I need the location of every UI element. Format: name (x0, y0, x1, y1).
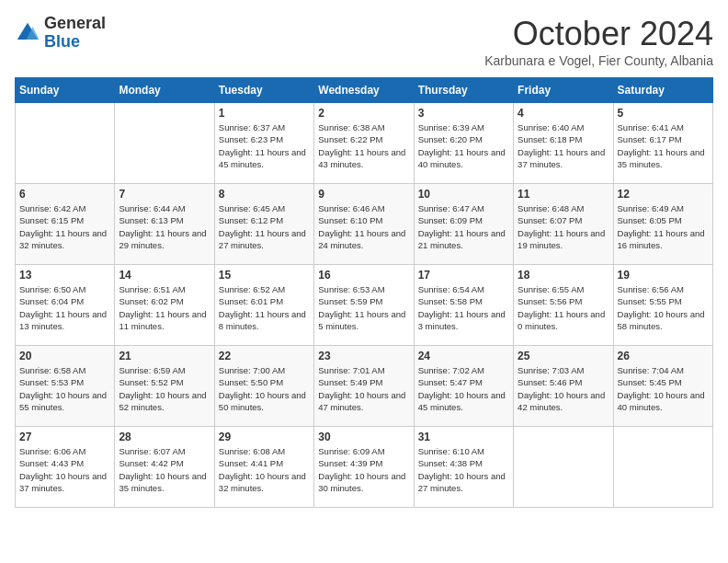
day-number: 4 (518, 107, 609, 120)
calendar-cell: 7Sunrise: 6:44 AM Sunset: 6:13 PM Daylig… (115, 184, 214, 265)
calendar-cell: 20Sunrise: 6:58 AM Sunset: 5:53 PM Dayli… (16, 346, 115, 427)
day-number: 18 (518, 269, 609, 282)
day-info: Sunrise: 6:41 AM Sunset: 6:17 PM Dayligh… (618, 121, 709, 170)
calendar-cell: 24Sunrise: 7:02 AM Sunset: 5:47 PM Dayli… (414, 346, 513, 427)
calendar-cell: 30Sunrise: 6:09 AM Sunset: 4:39 PM Dayli… (314, 427, 414, 508)
calendar-cell: 31Sunrise: 6:10 AM Sunset: 4:38 PM Dayli… (414, 427, 513, 508)
day-info: Sunrise: 7:04 AM Sunset: 5:45 PM Dayligh… (618, 364, 709, 413)
day-info: Sunrise: 6:39 AM Sunset: 6:20 PM Dayligh… (418, 121, 509, 170)
calendar-week-row: 13Sunrise: 6:50 AM Sunset: 6:04 PM Dayli… (16, 265, 713, 346)
day-number: 30 (318, 431, 409, 443)
day-number: 9 (318, 188, 409, 201)
calendar-cell: 23Sunrise: 7:01 AM Sunset: 5:49 PM Dayli… (314, 346, 414, 427)
weekday-header: Sunday (16, 78, 115, 103)
calendar-week-row: 6Sunrise: 6:42 AM Sunset: 6:15 PM Daylig… (16, 184, 713, 265)
calendar-cell: 26Sunrise: 7:04 AM Sunset: 5:45 PM Dayli… (613, 346, 712, 427)
day-number: 11 (518, 188, 609, 201)
calendar-cell: 25Sunrise: 7:03 AM Sunset: 5:46 PM Dayli… (514, 346, 613, 427)
day-number: 23 (318, 350, 409, 362)
calendar-cell: 1Sunrise: 6:37 AM Sunset: 6:23 PM Daylig… (214, 103, 313, 184)
day-number: 3 (418, 107, 509, 120)
day-number: 14 (119, 269, 210, 282)
day-number: 25 (518, 350, 609, 362)
logo-blue: Blue (44, 33, 106, 52)
calendar-cell: 6Sunrise: 6:42 AM Sunset: 6:15 PM Daylig… (16, 184, 115, 265)
day-info: Sunrise: 7:00 AM Sunset: 5:50 PM Dayligh… (219, 364, 310, 413)
day-number: 19 (618, 269, 709, 282)
weekday-header: Friday (514, 78, 613, 103)
day-info: Sunrise: 6:38 AM Sunset: 6:22 PM Dayligh… (318, 121, 409, 170)
day-number: 13 (19, 269, 110, 282)
calendar-cell: 29Sunrise: 6:08 AM Sunset: 4:41 PM Dayli… (214, 427, 313, 508)
weekday-header: Monday (115, 78, 214, 103)
day-info: Sunrise: 7:01 AM Sunset: 5:49 PM Dayligh… (318, 364, 409, 413)
day-number: 22 (219, 350, 310, 362)
weekday-header: Thursday (414, 78, 513, 103)
day-number: 24 (418, 350, 509, 362)
day-number: 16 (318, 269, 409, 282)
day-number: 17 (418, 269, 509, 282)
calendar-cell: 17Sunrise: 6:54 AM Sunset: 5:58 PM Dayli… (414, 265, 513, 346)
month-title: October 2024 (484, 15, 713, 53)
calendar-cell (514, 427, 613, 508)
day-info: Sunrise: 7:02 AM Sunset: 5:47 PM Dayligh… (418, 364, 509, 413)
day-info: Sunrise: 6:06 AM Sunset: 4:43 PM Dayligh… (19, 445, 110, 494)
day-number: 21 (119, 350, 210, 362)
day-info: Sunrise: 6:07 AM Sunset: 4:42 PM Dayligh… (119, 445, 210, 494)
calendar-cell: 12Sunrise: 6:49 AM Sunset: 6:05 PM Dayli… (613, 184, 712, 265)
calendar-cell: 14Sunrise: 6:51 AM Sunset: 6:02 PM Dayli… (115, 265, 214, 346)
calendar-week-row: 27Sunrise: 6:06 AM Sunset: 4:43 PM Dayli… (16, 427, 713, 508)
day-number: 6 (19, 188, 110, 201)
day-info: Sunrise: 6:46 AM Sunset: 6:10 PM Dayligh… (318, 202, 409, 251)
day-info: Sunrise: 6:52 AM Sunset: 6:01 PM Dayligh… (219, 283, 310, 332)
day-number: 29 (219, 431, 310, 443)
day-number: 10 (418, 188, 509, 201)
day-number: 7 (119, 188, 210, 201)
calendar-cell: 16Sunrise: 6:53 AM Sunset: 5:59 PM Dayli… (314, 265, 414, 346)
day-info: Sunrise: 7:03 AM Sunset: 5:46 PM Dayligh… (518, 364, 609, 413)
page-header: General Blue October 2024 Karbunara e Vo… (15, 15, 713, 68)
calendar-cell: 28Sunrise: 6:07 AM Sunset: 4:42 PM Dayli… (115, 427, 214, 508)
weekday-header: Tuesday (214, 78, 313, 103)
title-area: October 2024 Karbunara e Vogel, Fier Cou… (484, 15, 713, 68)
day-number: 5 (618, 107, 709, 120)
day-info: Sunrise: 6:37 AM Sunset: 6:23 PM Dayligh… (219, 121, 310, 170)
day-info: Sunrise: 6:42 AM Sunset: 6:15 PM Dayligh… (19, 202, 110, 251)
calendar-cell (115, 103, 214, 184)
day-info: Sunrise: 6:56 AM Sunset: 5:55 PM Dayligh… (618, 283, 709, 332)
calendar-cell: 18Sunrise: 6:55 AM Sunset: 5:56 PM Dayli… (514, 265, 613, 346)
calendar-cell: 21Sunrise: 6:59 AM Sunset: 5:52 PM Dayli… (115, 346, 214, 427)
day-info: Sunrise: 6:44 AM Sunset: 6:13 PM Dayligh… (119, 202, 210, 251)
logo: General Blue (15, 15, 106, 52)
day-info: Sunrise: 6:51 AM Sunset: 6:02 PM Dayligh… (119, 283, 210, 332)
day-info: Sunrise: 6:58 AM Sunset: 5:53 PM Dayligh… (19, 364, 110, 413)
day-info: Sunrise: 6:53 AM Sunset: 5:59 PM Dayligh… (318, 283, 409, 332)
weekday-header: Wednesday (314, 78, 414, 103)
day-number: 2 (318, 107, 409, 120)
day-info: Sunrise: 6:09 AM Sunset: 4:39 PM Dayligh… (318, 445, 409, 494)
day-number: 15 (219, 269, 310, 282)
day-number: 20 (19, 350, 110, 362)
day-info: Sunrise: 6:59 AM Sunset: 5:52 PM Dayligh… (119, 364, 210, 413)
calendar-cell: 9Sunrise: 6:46 AM Sunset: 6:10 PM Daylig… (314, 184, 414, 265)
day-number: 28 (119, 431, 210, 443)
calendar-cell: 15Sunrise: 6:52 AM Sunset: 6:01 PM Dayli… (214, 265, 313, 346)
day-number: 12 (618, 188, 709, 201)
day-info: Sunrise: 6:08 AM Sunset: 4:41 PM Dayligh… (219, 445, 310, 494)
day-info: Sunrise: 6:40 AM Sunset: 6:18 PM Dayligh… (518, 121, 609, 170)
day-info: Sunrise: 6:10 AM Sunset: 4:38 PM Dayligh… (418, 445, 509, 494)
calendar-cell: 11Sunrise: 6:48 AM Sunset: 6:07 PM Dayli… (514, 184, 613, 265)
calendar-table: SundayMondayTuesdayWednesdayThursdayFrid… (15, 77, 713, 508)
day-info: Sunrise: 6:54 AM Sunset: 5:58 PM Dayligh… (418, 283, 509, 332)
calendar-cell (613, 427, 712, 508)
day-number: 27 (19, 431, 110, 443)
calendar-cell: 13Sunrise: 6:50 AM Sunset: 6:04 PM Dayli… (16, 265, 115, 346)
location-subtitle: Karbunara e Vogel, Fier County, Albania (484, 53, 713, 68)
calendar-cell: 10Sunrise: 6:47 AM Sunset: 6:09 PM Dayli… (414, 184, 513, 265)
calendar-cell: 4Sunrise: 6:40 AM Sunset: 6:18 PM Daylig… (514, 103, 613, 184)
calendar-cell: 3Sunrise: 6:39 AM Sunset: 6:20 PM Daylig… (414, 103, 513, 184)
calendar-cell: 22Sunrise: 7:00 AM Sunset: 5:50 PM Dayli… (214, 346, 313, 427)
calendar-cell: 5Sunrise: 6:41 AM Sunset: 6:17 PM Daylig… (613, 103, 712, 184)
calendar-cell: 2Sunrise: 6:38 AM Sunset: 6:22 PM Daylig… (314, 103, 414, 184)
day-number: 1 (219, 107, 310, 120)
